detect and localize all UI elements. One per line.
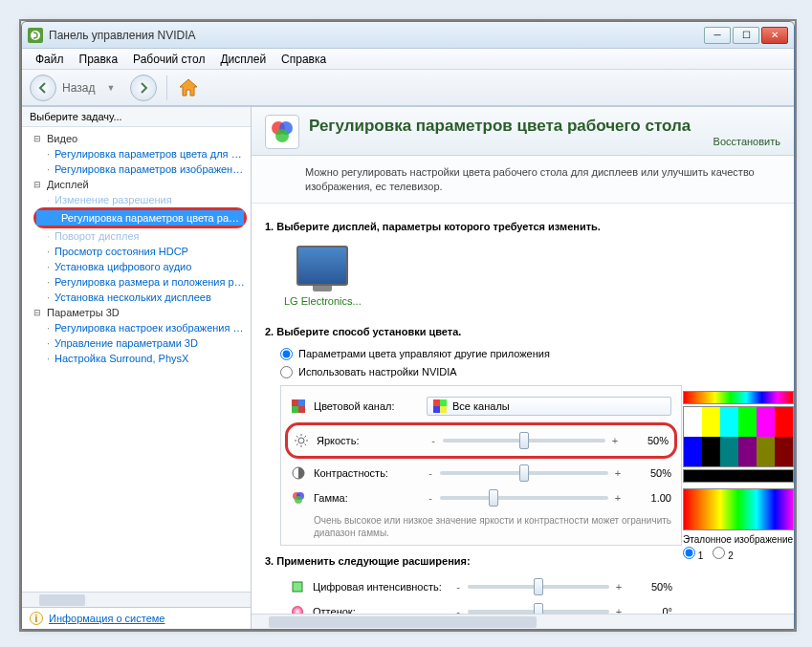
svg-point-3 [275,129,289,142]
forward-button[interactable] [130,75,157,101]
main-scrollbar[interactable] [252,614,794,629]
system-info-link[interactable]: Информация о системе [49,613,165,624]
radio-other-apps[interactable] [280,348,293,360]
monitor-label: LG Electronics... [284,295,362,307]
preview-radio-1[interactable] [683,547,695,559]
gamma-icon [291,490,306,506]
task-tree: ⊟Видео Регулировка параметров цвета для … [22,127,251,592]
contrast-slider[interactable] [440,471,608,475]
close-button[interactable]: ✕ [761,27,788,44]
display-selector[interactable]: LG Electronics... [284,246,362,307]
page-icon [265,115,299,149]
tree-group-3d[interactable]: ⊟Параметры 3D [30,305,251,320]
window-title: Панель управления NVIDIA [49,29,704,42]
brightness-label: Яркость: [317,435,422,446]
highlight-selected-tree-item: Регулировка параметров цвета рабочег [33,207,247,228]
tree-item[interactable]: Просмотр состояния HDCP [30,244,251,259]
intensity-value: 50% [630,581,672,593]
brightness-slider[interactable] [443,439,605,442]
channel-combo[interactable]: Все каналы [427,397,671,416]
svg-rect-7 [433,399,440,406]
black-bar [683,469,794,483]
tree-item[interactable]: Регулировка настроек изображения с пр [30,320,251,335]
gamma-hint: Очень высокое или низкое значение яркост… [291,510,671,539]
channel-icon [291,399,306,414]
hue-icon [290,604,305,614]
menu-edit[interactable]: Правка [72,51,126,68]
svg-line-19 [305,436,307,438]
gradient-strip [683,488,794,530]
tree-item[interactable]: Установка нескольких дисплеев [30,290,251,305]
contrast-value: 50% [629,467,671,479]
tree-group-video[interactable]: ⊟Видео [30,131,251,146]
color-bars [683,406,794,467]
tree-item[interactable]: Установка цифрового аудио [30,259,251,274]
menu-help[interactable]: Справка [274,51,334,68]
toolbar: Назад ▼ [22,70,794,106]
menu-display[interactable]: Дисплей [212,51,274,68]
gamma-value: 1.00 [629,492,671,504]
preview-radio-2[interactable] [713,547,725,559]
svg-line-16 [296,436,298,438]
brightness-value: 50% [626,435,669,446]
highlight-brightness-row: Яркость: - + 50% [285,422,677,459]
tree-item[interactable]: Управление параметрами 3D [30,335,251,351]
monitor-icon [296,246,348,286]
tree-item[interactable]: Поворот дисплея [30,228,251,244]
menu-file[interactable]: Файл [28,51,72,68]
preview-label: Эталонное изображение [683,534,794,545]
hue-label: Оттенок: [313,606,447,614]
maximize-button[interactable]: ☐ [733,27,759,44]
hue-strip [683,391,794,404]
tree-item[interactable]: Регулировка параметров изображения д [30,162,251,177]
nvidia-icon [28,28,43,43]
svg-point-23 [295,496,302,504]
contrast-label: Контрастность: [314,467,419,479]
svg-rect-9 [433,406,440,413]
intensity-label: Цифровая интенсивность: [313,581,447,593]
svg-rect-6 [292,406,298,413]
svg-rect-10 [440,406,447,413]
extensions-box: Цифровая интенсивность: - + 50% Оттенок:… [280,574,682,614]
contrast-icon [291,465,306,481]
back-label: Назад [62,81,95,95]
sidebar-header: Выберите задачу... [22,107,251,127]
section2-title: 2. Выберите способ установки цвета. [265,326,780,337]
menu-desktop[interactable]: Рабочий стол [125,51,212,68]
tree-item[interactable]: Настройка Surround, PhysX [30,351,251,366]
back-button[interactable] [30,75,56,101]
restore-link[interactable]: Восстановить [309,136,780,147]
sidebar-scrollbar[interactable] [22,592,251,607]
tree-item[interactable]: Регулировка размера и положения рабо [30,274,251,290]
gamma-slider[interactable] [440,496,608,500]
channel-label: Цветовой канал: [314,400,419,412]
svg-rect-24 [293,582,302,592]
svg-rect-5 [298,399,305,406]
tree-item[interactable]: Изменение разрешения [30,192,251,207]
gamma-label: Гамма: [314,492,419,504]
radio-nvidia[interactable] [280,366,293,378]
nvidia-control-panel-window: Панель управления NVIDIA ─ ☐ ✕ Файл Прав… [21,21,795,630]
tree-group-display[interactable]: ⊟Дисплей [30,177,251,192]
info-icon: i [30,612,43,625]
svg-point-11 [298,438,304,443]
radio-other-apps-label: Параметрами цвета управляют другие прило… [298,348,550,359]
tree-item-selected[interactable]: Регулировка параметров цвета рабочег [36,210,244,226]
hue-value: 0° [630,606,672,614]
page-description: Можно регулировать настройки цвета рабоч… [252,156,794,204]
sidebar-footer: i Информация о системе [22,607,251,629]
tree-item[interactable]: Регулировка параметров цвета для вид [30,146,251,162]
brightness-icon [294,433,309,448]
intensity-icon [290,579,305,594]
menubar: Файл Правка Рабочий стол Дисплей Справка [22,49,794,70]
color-preview: Эталонное изображение 1 2 [683,391,794,561]
back-dropdown-icon[interactable]: ▼ [106,83,115,93]
page-title: Регулировка параметров цвета рабочего ст… [309,117,780,136]
intensity-slider[interactable] [468,585,609,589]
home-icon[interactable] [177,76,200,99]
section1-title: 1. Выберите дисплей, параметры которого … [265,221,780,232]
color-settings-box: Цветовой канал: Все каналы Яркость: - [280,385,682,546]
page-header: Регулировка параметров цвета рабочего ст… [252,107,794,156]
minimize-button[interactable]: ─ [704,27,731,44]
radio-nvidia-label: Использовать настройки NVIDIA [298,366,457,377]
